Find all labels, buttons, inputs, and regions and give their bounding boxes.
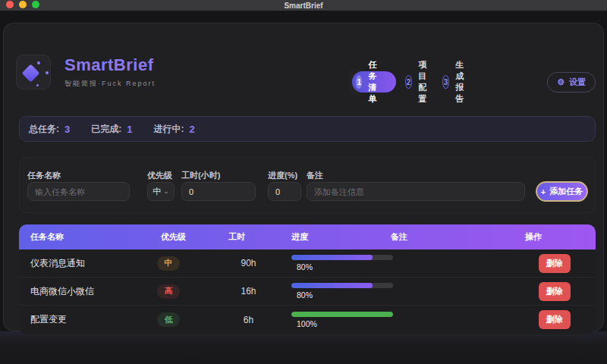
- task-name: 仪表消息通知: [19, 257, 148, 270]
- step-project-config[interactable]: 2 项目配置: [405, 59, 433, 105]
- task-hours: 90h: [216, 258, 281, 268]
- stepper: 1 任务清单 2 项目配置 3 生成报告: [349, 68, 363, 96]
- col-header-note: 备注: [391, 231, 516, 243]
- task-table: 任务名称 优先级 工时 进度 备注 操作 仪表消息通知 中 90h 80% 删除…: [19, 224, 596, 334]
- progress-bar-fill: [291, 283, 373, 288]
- progress-bar-track: [291, 255, 393, 260]
- progress-bar-track: [291, 312, 393, 317]
- priority-badge: 中: [157, 256, 180, 271]
- diamond-icon: [21, 64, 39, 82]
- task-hours: 6h: [216, 315, 281, 325]
- add-task-form: 任务名称 优先级 中 ⌄ 工时(小时) 进度(%) 备注 + 添加任务: [19, 157, 596, 213]
- task-progress: 80%: [281, 255, 391, 271]
- hours-label: 工时(小时): [181, 170, 220, 181]
- step-task-list[interactable]: 1 任务清单: [352, 71, 396, 93]
- progress-percent-label: 80%: [297, 262, 391, 271]
- table-row: 电商微信小微信 高 16h 80% 删除: [19, 278, 596, 306]
- task-name-label: 任务名称: [27, 170, 61, 181]
- step-generate-report[interactable]: 3 生成报告: [442, 59, 470, 105]
- logo-dot: [46, 71, 49, 74]
- app-title: SmartBrief: [64, 55, 156, 75]
- logo-dot: [37, 61, 40, 64]
- progress-percent-label: 100%: [297, 319, 391, 328]
- close-window-button[interactable]: [6, 1, 14, 8]
- col-header-progress: 进度: [281, 231, 391, 243]
- progress-bar-fill: [291, 312, 393, 317]
- table-row: 仪表消息通知 中 90h 80% 删除: [19, 249, 596, 278]
- add-task-label: 添加任务: [549, 186, 583, 197]
- step-label: 生成报告: [455, 59, 470, 105]
- stat-in-progress: 进行中: 2: [153, 123, 194, 136]
- step-number: 1: [356, 75, 362, 89]
- note-input[interactable]: [307, 182, 525, 201]
- minimize-window-button[interactable]: [19, 1, 27, 8]
- task-progress: 80%: [281, 283, 391, 300]
- step-label: 项目配置: [418, 59, 433, 105]
- stats-bar: 总任务: 3 已完成: 1 进行中: 2: [19, 116, 596, 142]
- settings-label: 设置: [569, 77, 586, 88]
- delete-button[interactable]: 删除: [539, 310, 571, 329]
- task-name: 电商微信小微信: [19, 285, 148, 298]
- col-header-hours: 工时: [216, 231, 281, 243]
- delete-button[interactable]: 删除: [539, 282, 571, 301]
- task-name: 配置变更: [19, 313, 148, 326]
- priority-badge: 低: [157, 312, 180, 327]
- progress-percent-label: 80%: [297, 290, 391, 300]
- priority-badge: 高: [157, 284, 180, 299]
- zoom-window-button[interactable]: [32, 1, 39, 8]
- window-title: SmartBrief: [284, 2, 322, 10]
- footer-background: [0, 331, 607, 364]
- plus-icon: +: [541, 187, 546, 196]
- col-header-priority: 优先级: [148, 231, 216, 243]
- stat-completed: 已完成: 1: [91, 123, 132, 136]
- logo-dot: [36, 84, 39, 86]
- stat-label: 进行中:: [153, 123, 184, 136]
- add-task-button[interactable]: + 添加任务: [536, 181, 588, 202]
- progress-input[interactable]: [268, 182, 301, 201]
- settings-button[interactable]: ⚙ 设置: [547, 72, 596, 93]
- gear-icon: ⚙: [557, 77, 565, 87]
- chevron-down-icon: ⌄: [163, 187, 169, 195]
- hours-input[interactable]: [181, 182, 256, 201]
- progress-bar-track: [291, 283, 393, 288]
- stat-total-tasks: 总任务: 3: [29, 123, 70, 136]
- priority-label: 优先级: [147, 170, 172, 181]
- app-subtitle: 智能简报·Fuck Report: [64, 79, 156, 89]
- progress-bar-fill: [291, 255, 373, 260]
- priority-selected-value: 中: [153, 186, 161, 197]
- app-header: SmartBrief 智能简报·Fuck Report: [16, 42, 591, 102]
- col-header-action: 操作: [516, 231, 596, 243]
- step-number: 3: [442, 75, 449, 89]
- note-label: 备注: [307, 170, 323, 181]
- stat-label: 已完成:: [91, 123, 121, 136]
- table-header-row: 任务名称 优先级 工时 进度 备注 操作: [19, 224, 596, 249]
- stat-value: 3: [64, 124, 70, 135]
- table-row: 配置变更 低 6h 100% 删除: [19, 306, 596, 334]
- delete-button[interactable]: 删除: [539, 254, 571, 273]
- col-header-name: 任务名称: [19, 231, 148, 243]
- stat-label: 总任务:: [29, 123, 59, 136]
- app-logo: [16, 55, 51, 89]
- main-card: SmartBrief 智能简报·Fuck Report 1 任务清单 2 项目配…: [3, 23, 604, 331]
- stat-value: 1: [127, 124, 132, 135]
- progress-label: 进度(%): [268, 170, 297, 181]
- stat-value: 2: [189, 124, 194, 135]
- step-label: 任务清单: [368, 59, 384, 105]
- traffic-lights: [6, 1, 39, 8]
- step-number: 2: [405, 75, 412, 89]
- task-name-input[interactable]: [27, 182, 130, 201]
- priority-select[interactable]: 中 ⌄: [147, 182, 175, 201]
- task-hours: 16h: [216, 286, 281, 297]
- window-titlebar: SmartBrief: [0, 0, 607, 11]
- task-progress: 100%: [281, 312, 391, 328]
